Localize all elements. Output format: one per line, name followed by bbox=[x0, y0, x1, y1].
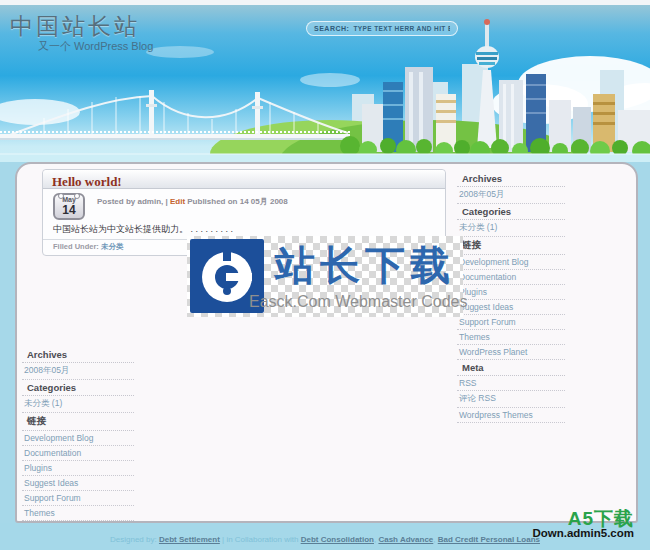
posted-by-text: Posted by admin, | bbox=[97, 197, 168, 206]
sidebar-section-header: Meta bbox=[457, 360, 565, 376]
sidebar-right: Archives2008年05月Categories未分类 (1)链接Devel… bbox=[457, 171, 565, 423]
post-meta: May 14 Posted by admin, | Edit Published… bbox=[43, 189, 445, 221]
sidebar-section-header: Archives bbox=[457, 171, 565, 187]
sidebar-item-link[interactable]: 评论 RSS bbox=[457, 391, 565, 408]
site-tagline: 又一个 WordPress Blog bbox=[38, 39, 153, 54]
blog-page: 中国站长站 又一个 WordPress Blog Search: Hello w… bbox=[0, 0, 650, 550]
search-input[interactable] bbox=[353, 25, 450, 32]
footer-link[interactable]: Cash Advance bbox=[378, 535, 433, 544]
sidebar-item-link[interactable]: Suggest Ideas bbox=[457, 300, 565, 315]
site-title[interactable]: 中国站长站 bbox=[10, 11, 140, 42]
a5-badge-title[interactable]: A5下载 bbox=[532, 511, 634, 527]
sidebar-item-link[interactable]: Plugins bbox=[22, 461, 134, 476]
sidebar-item-link[interactable]: Wordpress Themes bbox=[457, 408, 565, 423]
post-title-link[interactable]: Hello world! bbox=[52, 174, 122, 189]
sidebar-section-header: 链接 bbox=[22, 413, 134, 431]
footer-link[interactable]: Debt Consolidation bbox=[301, 535, 374, 544]
sidebar-item-link[interactable]: Themes bbox=[22, 506, 134, 521]
post-date-day: 14 bbox=[55, 204, 83, 216]
sidebar-item-link[interactable]: 2008年05月 bbox=[457, 187, 565, 204]
watermark-title: 站长下载 bbox=[275, 237, 455, 293]
designed-by-label: Designed by: bbox=[110, 535, 157, 544]
sidebar-item-link[interactable]: WordPress Planet bbox=[457, 345, 565, 360]
sidebar-section-header: 链接 bbox=[457, 237, 565, 255]
sidebar-item-link[interactable]: Suggest Ideas bbox=[22, 476, 134, 491]
filed-under-label: Filled Under: bbox=[53, 242, 99, 251]
sidebar-item-link[interactable]: Development Blog bbox=[22, 431, 134, 446]
edit-link[interactable]: Edit bbox=[170, 197, 185, 206]
sidebar-item-link[interactable]: Documentation bbox=[457, 270, 565, 285]
search-label: Search: bbox=[314, 25, 349, 32]
sidebar-item-link[interactable]: Support Forum bbox=[457, 315, 565, 330]
filed-under: Filled Under: 未分类 bbox=[53, 242, 123, 252]
post-meta-text: Posted by admin, | Edit Published on 14 … bbox=[97, 193, 435, 207]
footer-link[interactable]: Bad Credit Personal Loans bbox=[438, 535, 540, 544]
sidebar-item-link[interactable]: 未分类 (1) bbox=[457, 220, 565, 237]
content-wrapper: Hello world! May 14 Posted by admin, | E… bbox=[15, 162, 638, 523]
category-link[interactable]: 未分类 bbox=[101, 242, 124, 251]
watermark-overlay: 站长下载 Easck.Com Webmaster Codes bbox=[187, 236, 463, 317]
sidebar-section-header: Categories bbox=[457, 204, 565, 220]
published-text: Published on 14 05月 2008 bbox=[187, 197, 287, 206]
designer-link[interactable]: Debt Settlement bbox=[159, 535, 220, 544]
sidebar-section-header: Archives bbox=[22, 347, 134, 363]
post-header: Hello world! bbox=[43, 170, 445, 189]
sidebar-item-link[interactable]: Documentation bbox=[22, 446, 134, 461]
sidebar-item-link[interactable]: 未分类 (1) bbox=[22, 396, 134, 413]
a5-download-badge[interactable]: A5下载 Down.admin5.com bbox=[532, 511, 634, 539]
watermark-subtitle: Easck.Com Webmaster Codes bbox=[249, 293, 467, 311]
search-box[interactable]: Search: bbox=[306, 21, 458, 36]
sidebar-item-link[interactable]: Themes bbox=[457, 330, 565, 345]
a5-badge-domain[interactable]: Down.admin5.com bbox=[532, 527, 634, 539]
collaboration-label: | in Collaboration with bbox=[222, 535, 298, 544]
sidebar-item-link[interactable]: Plugins bbox=[457, 285, 565, 300]
sidebar-item-link[interactable]: RSS bbox=[457, 376, 565, 391]
sidebar-section-header: Categories bbox=[22, 380, 134, 396]
water-illustration bbox=[0, 154, 650, 162]
sidebar-left: Archives2008年05月Categories未分类 (1)链接Devel… bbox=[22, 347, 134, 550]
sidebar-item-link[interactable]: Development Blog bbox=[457, 255, 565, 270]
site-header: 中国站长站 又一个 WordPress Blog Search: bbox=[0, 5, 650, 162]
sidebar-item-link[interactable]: 2008年05月 bbox=[22, 363, 134, 380]
post-date-badge: May 14 bbox=[53, 193, 85, 220]
sidebar-item-link[interactable]: Support Forum bbox=[22, 491, 134, 506]
